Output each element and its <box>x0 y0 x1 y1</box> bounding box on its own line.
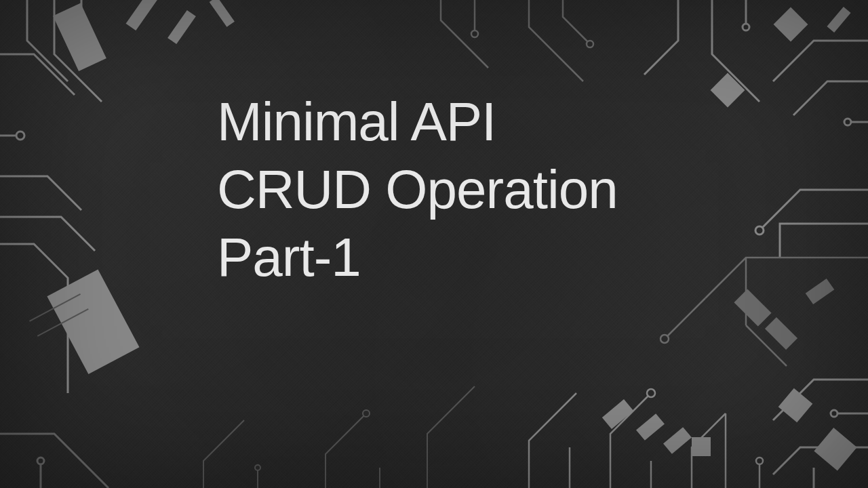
title-line-2: CRUD Operation <box>217 156 618 224</box>
slide-title: Minimal API CRUD Operation Part-1 <box>217 88 618 291</box>
title-line-1: Minimal API <box>217 88 618 156</box>
title-line-3: Part-1 <box>217 224 618 291</box>
